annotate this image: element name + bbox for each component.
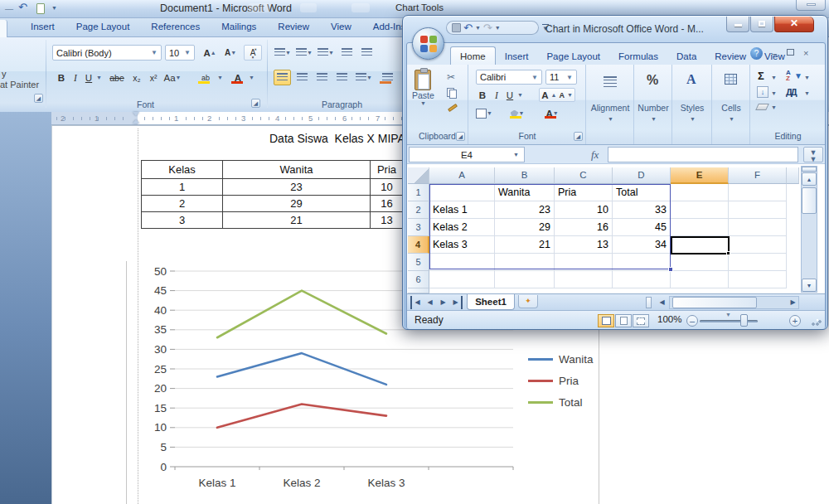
font-size-combo[interactable]: 11▼ (545, 70, 577, 85)
scissors-icon[interactable]: ✂ (447, 71, 455, 83)
shrink-font-button[interactable]: A▼ (221, 45, 240, 61)
fill-color-button[interactable]: ▼ (507, 106, 527, 120)
excel-tab-formulas[interactable]: Formulas (609, 47, 667, 65)
word-tab-mailings[interactable]: Mailings (211, 18, 267, 36)
office-button[interactable] (412, 27, 444, 60)
cell-b6[interactable] (495, 271, 555, 288)
row-header-2[interactable]: 2 (408, 201, 429, 219)
table-cell[interactable]: 13 (371, 212, 404, 229)
cell-b1[interactable]: Wanita (495, 184, 555, 201)
excel-tab-insert[interactable]: Insert (496, 47, 538, 65)
cell-c3[interactable]: 16 (555, 219, 613, 236)
view-page-layout-button[interactable] (615, 314, 632, 327)
cell-f3[interactable] (729, 219, 787, 236)
multilevel-list-button[interactable]: ▼ (317, 45, 335, 61)
dialog-launcher-icon[interactable]: ◢ (34, 94, 43, 103)
font-name-combo[interactable]: Calibri (Body)▼ (52, 45, 162, 61)
cell-e3[interactable] (671, 219, 729, 236)
column-header-b[interactable]: B (495, 167, 555, 184)
row-header-4-selected[interactable]: 4 (408, 236, 429, 254)
chevron-down-icon[interactable]: ▼ (729, 116, 734, 122)
chevron-down-icon[interactable]: ▼ (517, 92, 523, 98)
scroll-left-icon[interactable]: ◀ (656, 296, 668, 309)
cell-c5[interactable] (555, 254, 613, 271)
legend-item[interactable]: Pria (528, 370, 594, 391)
scrollbar-split-handle[interactable] (646, 297, 652, 308)
cells-group-label[interactable]: Cells (713, 103, 749, 113)
column-header-e-selected[interactable]: E (671, 167, 729, 184)
font-color-button[interactable]: A (229, 70, 247, 85)
table-header-cell[interactable]: Kelas (142, 161, 223, 179)
name-box-dropdown-icon[interactable]: ▼ (513, 152, 519, 158)
shading-button[interactable] (377, 70, 397, 85)
workbook-close-icon[interactable]: × (803, 48, 808, 58)
column-header-f[interactable]: F (729, 167, 787, 184)
sort-filter-icon[interactable]: AZ (786, 70, 791, 81)
table-cell[interactable]: 16 (371, 196, 404, 212)
underline-button[interactable]: U (83, 70, 95, 85)
cell-b2[interactable]: 23 (495, 201, 555, 219)
format-painter-label-fragment[interactable]: at Painter (0, 80, 39, 90)
cell-c6[interactable] (555, 271, 613, 288)
row-header-3[interactable]: 3 (408, 219, 429, 236)
cell-d6[interactable] (613, 271, 671, 288)
chevron-down-icon[interactable]: ▼ (690, 116, 696, 122)
zoom-slider-track[interactable] (700, 320, 758, 322)
word-minimize-button[interactable] (796, 0, 826, 11)
chevron-down-icon[interactable]: ▼ (804, 90, 810, 96)
change-case-button[interactable]: Aa▼ (164, 70, 181, 85)
cell-d3[interactable]: 45 (613, 219, 671, 236)
cell-b4[interactable]: 21 (495, 236, 555, 254)
dialog-launcher-icon[interactable]: ◢ (251, 99, 260, 108)
legend-item[interactable]: Total (528, 391, 594, 413)
undo-icon[interactable]: ↶ (463, 22, 473, 33)
strikethrough-button[interactable]: abe (106, 70, 128, 85)
font-color-button[interactable]: A▼ (542, 106, 562, 120)
table-cell[interactable]: 23 (223, 179, 371, 196)
fill-handle[interactable] (726, 251, 730, 255)
next-sheet-icon[interactable]: ▶ (437, 296, 449, 309)
cell-b3[interactable]: 29 (495, 219, 555, 236)
workbook-restore-icon[interactable] (787, 49, 794, 56)
cell-f4[interactable] (729, 236, 787, 254)
format-painter-icon[interactable] (448, 104, 458, 112)
legend-item[interactable]: Wanita (528, 348, 594, 370)
chevron-down-icon[interactable]: ▼ (528, 74, 538, 81)
cell-f5[interactable] (729, 254, 787, 271)
cell-d1[interactable]: Total (613, 184, 671, 201)
cell-a6[interactable] (429, 271, 495, 288)
cell-d4[interactable]: 34 (613, 236, 671, 254)
chevron-down-icon[interactable]: ▼ (495, 25, 501, 31)
formula-expand-icon[interactable]: ▼▼ (803, 147, 823, 162)
cell-a2[interactable]: Kelas 1 (429, 201, 495, 219)
cell-d2[interactable]: 33 (613, 201, 671, 219)
zoom-in-icon[interactable]: + (789, 315, 801, 327)
cell-a5[interactable] (429, 254, 495, 271)
redo-icon[interactable]: ↷ (483, 22, 492, 33)
vertical-scrollbar[interactable]: ▲ ▼ (801, 166, 817, 293)
scroll-up-icon[interactable]: ▲ (802, 172, 817, 186)
scrollbar-split-handle[interactable] (802, 167, 817, 172)
increase-indent-button[interactable] (358, 45, 375, 61)
chevron-down-icon[interactable]: ▼ (96, 75, 102, 80)
align-right-button[interactable] (313, 70, 331, 85)
cell-e6[interactable] (671, 271, 729, 288)
column-header-partial[interactable] (787, 167, 799, 184)
quick-access-toolbar[interactable]: ↶ ▼ ↷ ▼ (446, 21, 539, 35)
zoom-out-icon[interactable]: – (686, 315, 698, 327)
indent-marker[interactable] (133, 112, 140, 124)
cell-f1[interactable] (729, 184, 787, 201)
select-all-corner[interactable] (408, 167, 429, 184)
find-icon[interactable]: ДД (786, 87, 796, 97)
table-cell[interactable]: 10 (371, 179, 404, 196)
prev-sheet-icon[interactable]: ◀ (424, 296, 436, 309)
percent-icon[interactable]: % (647, 73, 658, 88)
align-center-button[interactable] (293, 70, 311, 85)
underline-button[interactable]: U (504, 88, 516, 102)
chevron-down-icon[interactable]: ▼ (608, 116, 613, 122)
minimize-button[interactable] (726, 17, 749, 32)
document-table[interactable]: Kelas Wanita Pria 1 23 10 2 29 16 3 21 1… (141, 160, 404, 229)
row-header-1[interactable]: 1 (408, 184, 429, 201)
horizontal-scrollbar[interactable] (669, 296, 799, 309)
excel-window[interactable]: ↶ ▼ ↷ ▼ ▼ Chart in Microsoft Office Word… (402, 15, 828, 330)
